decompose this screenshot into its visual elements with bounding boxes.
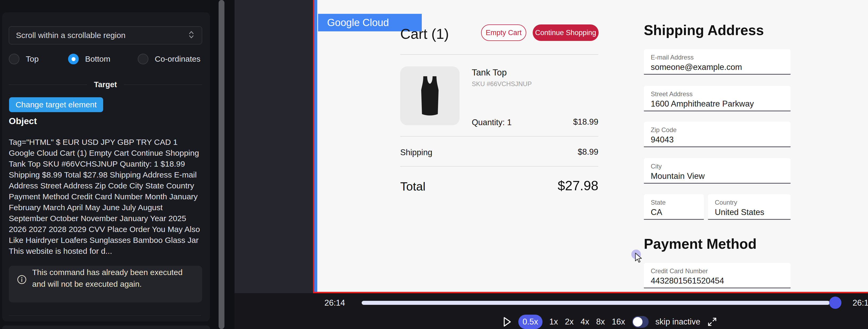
radio-bottom-circle <box>68 54 79 64</box>
cursor-icon <box>634 253 644 264</box>
state-field-value: CA <box>651 207 704 217</box>
product-name: Tank Top <box>472 67 506 77</box>
timeline-track[interactable] <box>362 301 830 305</box>
app-root: Scroll within a scrollable region Top Bo… <box>0 0 868 329</box>
object-heading: Object <box>9 116 37 126</box>
radio-bottom[interactable]: Bottom <box>68 54 111 64</box>
credit-card-field[interactable]: Credit Card Number 4432801561520454 <box>644 263 790 288</box>
toggle-knob <box>633 317 643 327</box>
street-address-field-value: 1600 Amphitheatre Parkway <box>651 99 790 109</box>
target-section-divider: Target <box>9 80 202 89</box>
radio-top-circle <box>9 54 20 64</box>
info-message: This command has already been executed a… <box>32 267 194 290</box>
skip-inactive-toggle[interactable] <box>632 316 649 328</box>
element-highlight-blue-left <box>314 0 317 292</box>
speed-2x-button[interactable]: 2x <box>565 317 574 327</box>
zip-code-field-label: Zip Code <box>651 126 790 134</box>
email-field[interactable]: E-mail Address someone@example.com <box>644 49 790 75</box>
city-field-label: City <box>651 163 790 170</box>
radio-bottom-label: Bottom <box>85 55 111 64</box>
player-controls: 0.5x 1x 2x 4x 8x 16x skip inactive <box>503 315 717 329</box>
radio-coordinates-circle <box>138 54 148 64</box>
sidebar-scrollbar-thumb[interactable] <box>219 0 224 329</box>
info-icon <box>17 274 27 285</box>
next-command-card[interactable] <box>2 326 210 329</box>
radio-top[interactable]: Top <box>9 54 38 64</box>
product-price: $18.99 <box>573 117 598 127</box>
street-address-field[interactable]: Street Address 1600 Amphitheatre Parkway <box>644 86 790 111</box>
radio-coordinates-label: Co-ordinates <box>155 55 200 64</box>
radio-coordinates[interactable]: Co-ordinates <box>138 54 200 64</box>
product-image <box>400 66 460 125</box>
speed-16x-button[interactable]: 16x <box>612 317 625 327</box>
select-chevron-icon <box>188 30 195 41</box>
fullscreen-icon[interactable] <box>707 317 717 327</box>
sidebar-divider <box>9 316 201 316</box>
current-time: 26:14 <box>324 298 345 308</box>
credit-card-field-label: Credit Card Number <box>651 267 790 275</box>
change-target-button[interactable]: Change target element <box>9 97 103 112</box>
email-field-label: E-mail Address <box>651 54 790 61</box>
country-field[interactable]: Country United States <box>708 194 790 220</box>
shipping-address-heading: Shipping Address <box>644 22 764 38</box>
city-field-value: Mountain View <box>651 171 790 181</box>
cart-title: Cart (1) <box>400 26 449 42</box>
target-section-label: Target <box>94 80 117 89</box>
email-field-value: someone@example.com <box>651 62 790 72</box>
payment-method-heading: Payment Method <box>644 236 756 252</box>
action-select-value: Scroll within a scrollable region <box>16 31 126 40</box>
zip-code-field[interactable]: Zip Code 94043 <box>644 122 790 147</box>
country-field-label: Country <box>715 199 790 206</box>
tank-top-image <box>411 71 449 121</box>
shipping-value: $8.99 <box>578 147 598 157</box>
speed-1x-button[interactable]: 1x <box>550 317 558 327</box>
continue-shopping-button[interactable]: Continue Shopping <box>533 25 599 41</box>
product-quantity: Quantity: 1 <box>472 118 512 127</box>
total-value: $27.98 <box>558 178 598 194</box>
timeline-knob[interactable] <box>829 297 841 309</box>
speed-0_5x-button[interactable]: 0.5x <box>518 315 542 329</box>
action-select[interactable]: Scroll within a scrollable region <box>9 26 202 44</box>
city-field[interactable]: City Mountain View <box>644 158 790 184</box>
credit-card-field-value: 4432801561520454 <box>651 276 790 286</box>
state-field[interactable]: State CA <box>644 194 704 220</box>
play-icon[interactable] <box>503 317 512 327</box>
speed-8x-button[interactable]: 8x <box>596 317 605 327</box>
shipping-label: Shipping <box>400 148 432 157</box>
radio-top-label: Top <box>26 55 38 64</box>
info-banner: This command has already been executed a… <box>9 266 202 302</box>
divider <box>400 136 598 137</box>
state-field-label: State <box>651 199 704 206</box>
country-field-value: United States <box>715 207 790 217</box>
skip-inactive-label: skip inactive <box>655 317 701 327</box>
end-time: 26:1 <box>852 298 868 308</box>
object-text: Tag="HTML" $ EUR USD JPY GBP TRY CAD 1 G… <box>9 137 203 257</box>
speed-4x-button[interactable]: 4x <box>581 317 589 327</box>
total-label: Total <box>400 179 426 194</box>
divider <box>400 54 598 55</box>
street-address-field-label: Street Address <box>651 90 790 98</box>
divider <box>400 166 598 167</box>
empty-cart-button[interactable]: Empty Cart <box>481 25 526 41</box>
product-sku: SKU #66VCHSJNUP <box>472 80 532 88</box>
zip-code-field-value: 94043 <box>651 135 790 144</box>
